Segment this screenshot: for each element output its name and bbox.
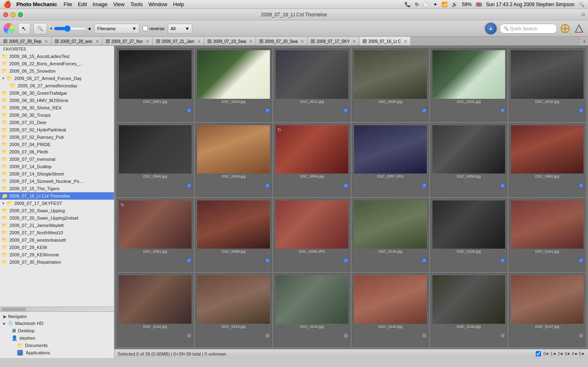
sidebar-item-2009-07-21-jamiewaylett[interactable]: 📁 2009_07_21_JamieWaylett [0,222,114,229]
tab-nor[interactable]: 2009_07_27_Nor ✕ [102,37,153,45]
photo-checkbox[interactable] [500,333,505,338]
navigator-label[interactable]: ▶ Navigator [0,314,114,320]
photo-cell-DSC_0010-jpg[interactable]: ✓ DSC_0010.jpg · · · · · · [195,48,272,122]
photo-checkbox[interactable]: ✓ [500,258,505,263]
photo-cell-DSC_0144-jpg[interactable]: DSC_0144.jpg · · · · · · [274,273,350,347]
sidebar-item-2009-06-15-ascotladiestest[interactable]: 📁 2009_06_15_AscotLadiesTest [0,53,114,60]
photo-cell-DSC_0001-jpg[interactable]: ✓ DSC_0001.jpg · · · · · · [117,48,194,122]
photo-checkbox[interactable] [265,333,270,338]
tab-close-icon[interactable]: ✕ [45,39,48,44]
photo-cell-DSC_0020-jpg[interactable]: ✓ DSC_0020.jpg · · · · · · [352,48,429,122]
tab-swa2[interactable]: 2009_07_20_Swa ✕ [256,37,308,45]
sidebar-item-2009-06-30-shrine-rex[interactable]: 📁 2009_06_30_Shrine_REX [0,104,114,111]
menu-view[interactable]: View [113,1,125,7]
tab-rep[interactable]: 2009_07_30_Rep ✕ [0,37,51,45]
sidebar-item-2009-07-29-kewmovie[interactable]: 📁 2009_07_29_KEWmovie [0,251,114,258]
color-tag-checkbox[interactable] [536,351,541,356]
search-placeholder[interactable]: Quick Search [510,26,537,31]
menu-file[interactable]: File [64,1,72,7]
photo-checkbox[interactable]: ✓ [422,183,427,188]
reverse-checkbox[interactable] [143,26,148,31]
pointer-tool-button[interactable]: ↖ [18,23,30,34]
sidebar-item-2009-07-06-plinth[interactable]: 📁 2009_07_06_Plinth [0,148,114,156]
photo-cell-DSC_0058-jpg[interactable]: ✓ DSC_0058.jpg · · · · · · [430,123,507,197]
star-filter-display[interactable]: 0★ 1★ 2★ 3★ 4★ 5★ [543,351,585,356]
photo-checkbox[interactable]: ✓ [265,183,270,188]
photo-cell-DSC_0061-jpg[interactable]: ↻ ✓ DSC_0061.jpg · · · · · · [117,198,194,272]
tab-woc[interactable]: 2009_07_28_woc ✕ [51,37,102,45]
sidebar-item-2009-07-04-pride[interactable]: 📁 2009_07_04_PRIDE [0,141,114,148]
photo-checkbox[interactable]: ✓ [187,183,192,188]
photo-checkbox[interactable]: ✓ [422,108,427,113]
nav-item-stephen[interactable]: 👤stephen [0,334,114,342]
nav-item-macintosh-hd[interactable]: ▶💿Macintosh HD [0,320,114,327]
sidebar-item-2009-06-30-hmv-mjshirne[interactable]: 📁 2009_06_30_HMV_MJShirne [0,97,114,104]
nav-item-applications[interactable]: Applications [0,349,114,356]
photo-cell-DSC_0044-jpg[interactable]: ✓ DSC_0044.jpg · · · · · · [195,123,272,197]
photo-cell-DSC_0147-jpg[interactable]: DSC_0147.jpg · · · · · · [509,273,586,347]
photo-cell-DSC_0012-jpg[interactable]: ✓ DSC_0012.jpg · · · · · · [274,48,350,122]
close-button[interactable] [3,12,8,17]
sidebar-item-2009-07-20-swan-upping2ndset[interactable]: 📁 2009_07_20_Swan_Upping2ndset [0,214,114,222]
photo-cell-DSC_0057-JPG[interactable]: ✓ DSC_0057.JPG · · · · · · [352,123,429,197]
tab-close-icon[interactable]: ✕ [404,39,407,44]
nav-item-desktop[interactable]: 🖥Desktop [0,327,114,334]
sidebar-item-2009-06-25-snowdon[interactable]: 📁 2009_06_25_Snowdon [0,67,114,75]
color-wheel-icon[interactable] [3,23,15,34]
photo-cell-DSC_0032-jpg[interactable]: ✓ DSC_0032.jpg · · · · · · [509,48,586,122]
sidebar-item-2009-06-30-troops[interactable]: 📁 2009_06_30_Troops [0,111,114,119]
size-slider[interactable] [54,26,87,31]
photo-cell-DSC_0098-JPG[interactable]: ✓ DSC_0098.JPG · · · · · · [274,198,350,272]
menu-image[interactable]: Image [93,1,107,7]
tab-close-icon[interactable]: ✕ [352,39,356,44]
photo-checkbox[interactable]: ✓ [343,108,348,113]
nuke-icon[interactable] [559,23,571,34]
magnify-tool-button[interactable]: 🔍 [33,23,47,34]
photo-grid[interactable]: ✓ DSC_0001.jpg · · · · · · ✓ DSC_0010.jp… [114,46,588,349]
tab-close-icon[interactable]: ✕ [249,39,252,44]
app-menu-name[interactable]: Photo Mechanic [16,1,57,7]
photo-cell-DSC_0143-jpg[interactable]: DSC_0143.jpg · · · · · · [195,273,272,347]
photo-checkbox[interactable] [343,333,348,338]
sidebar-item-2009-07-16-lt-col-thorneloe[interactable]: 📁 2009_07_16_Lt Col Thorneloe [0,192,114,200]
photo-checkbox[interactable]: ✓ [500,183,505,188]
photo-checkbox[interactable]: ✓ [500,108,505,113]
reverse-checkbox-label[interactable]: reverse [143,26,165,31]
color-triangle-button[interactable] [573,23,585,34]
maximize-button[interactable] [18,12,23,17]
search-menubar-icon[interactable]: 🔍 [579,2,585,7]
resize-icon[interactable]: ⊡ [581,12,585,17]
sidebar-horizontal-scrollbar[interactable] [0,307,114,311]
sort-dropdown[interactable]: Filename ▼ [94,24,139,33]
tab-close-icon[interactable]: ✕ [301,39,304,44]
sidebar-item-2009-07-07-memorial[interactable]: 📁 2009_07_07_memorial [0,156,114,163]
photo-cell-DSC_0054-jpg[interactable]: ↻ ✓ DSC_0054.jpg · · · · · · [274,123,350,197]
photo-checkbox[interactable]: ✓ [579,108,584,113]
sidebar-item-2009-07-14-shinglestreet[interactable]: 📁 2009_07_14_ShingleStreet [0,170,114,178]
photo-cell-DSC_0088-jpg[interactable]: ✓ DSC_0088.jpg · · · · · · [195,198,272,272]
photo-cell-DSC_0145-jpg[interactable]: DSC_0145.jpg · · · · · · [352,273,429,347]
photo-checkbox[interactable] [187,333,192,338]
sidebar-item-2009-07-14-sizewell-nuclear-po---[interactable]: 📁 2009_07_14_Sizewell_Nuclear_Po... [0,178,114,185]
tab-sky[interactable]: 2009_07_17_SKY ✕ [307,37,359,45]
tab-close-icon[interactable]: ✕ [197,39,200,44]
photo-checkbox[interactable] [422,333,427,338]
iptc-badge-button[interactable]: ▲ [484,22,497,35]
photo-checkbox[interactable]: ✓ [343,258,348,263]
photo-checkbox[interactable]: ✓ [187,258,192,263]
sidebar-item-2009-06-30-greentrafalgar[interactable]: 📁 2009_06_30_GreenTrafalgar [0,89,114,97]
apple-menu-icon[interactable]: 🍎 [3,0,11,8]
photo-checkbox[interactable]: ✓ [187,108,192,113]
photo-cell-DSC_0031-jpg[interactable]: ✓ DSC_0031.jpg · · · · · · [430,48,507,122]
tab-close-icon[interactable]: ✕ [146,39,149,44]
sidebar-item-2009-07-28-wootonbassett[interactable]: 📁 2009_07_28_wootonbassett [0,236,114,244]
photo-cell-DSC_0146-jpg[interactable]: DSC_0146.jpg · · · · · · [430,273,507,347]
photo-checkbox[interactable]: ✓ [265,258,270,263]
sidebar-item-2009-07-20-swan-upping[interactable]: 📁 2009_07_20_Swan_Upping [0,207,114,214]
sidebar-item-2009-07-02-hydeparkheat[interactable]: 📁 2009_07_02_HydeParkHeat [0,126,114,133]
sidebar-item-2009-07-02-ramsey-pub[interactable]: 📁 2009_07_02_Ramsey_Pub [0,133,114,141]
sidebar-scroll[interactable]: Favorites 📁 2009_06_15_AscotLadiesTest 📁… [0,46,114,307]
sidebar-item-2009-06-27-armed-forces-day[interactable]: ▼ 📁 2009_06_27_Armed_Forces_Day [0,75,114,82]
filter-dropdown[interactable]: All ▼ [168,24,192,33]
sidebar-item-2009-07-01-deer[interactable]: 📁 2009_07_01_Deer [0,119,114,126]
